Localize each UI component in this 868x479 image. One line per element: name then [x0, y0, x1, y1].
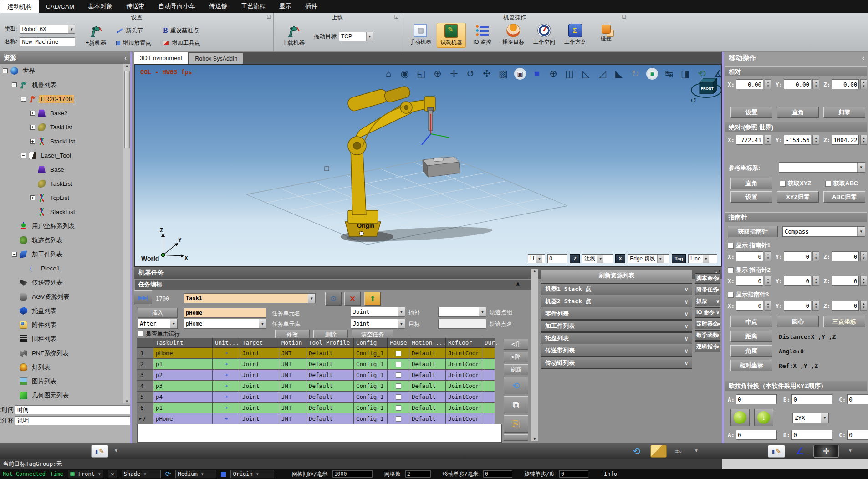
command-bar[interactable]: 抓放 [695, 296, 720, 306]
coordinate-input[interactable] [784, 276, 811, 286]
close-view-button[interactable]: ✕ [108, 470, 117, 478]
coordinate-input[interactable] [736, 251, 763, 261]
distance-button[interactable]: 距离 [730, 331, 772, 342]
spinner[interactable]: ▲▼ [765, 79, 771, 89]
rotate-view-icon[interactable]: ↺ [465, 67, 476, 80]
section-xy-icon[interactable]: ◺ [581, 67, 592, 80]
paint-brush-button[interactable] [650, 445, 667, 458]
collapse-up-icon[interactable]: ∧ [516, 280, 521, 287]
tree-item[interactable]: 轨迹点列表 [0, 233, 123, 247]
coordinate-input[interactable] [832, 135, 859, 145]
grid-count-input[interactable] [405, 470, 431, 478]
table-row[interactable]: 4 p3 ➜ Joint JNT Default Config_1 Defaul… [137, 381, 495, 392]
resource-list-bar[interactable]: 传动链列表∨ [541, 357, 692, 369]
section-yz-icon[interactable]: ◿ [597, 67, 608, 80]
euler-up-button[interactable]: ↑ [730, 409, 750, 426]
table-header-cell[interactable]: Tool_Profile [306, 338, 354, 348]
pause-checkbox[interactable] [396, 416, 401, 422]
spinner[interactable]: ▲▼ [765, 301, 771, 311]
hatch-shading-icon[interactable]: ▨ [498, 67, 509, 80]
coordinate-input[interactable] [736, 301, 763, 311]
move-tool-button[interactable]: ✛ [813, 445, 839, 458]
move-down-button[interactable]: >降 [504, 352, 528, 362]
ribbon-op-button[interactable]: 工作方盒 [561, 23, 590, 48]
tree-expander[interactable]: − [21, 97, 26, 102]
euler-input[interactable] [736, 430, 777, 440]
spinner[interactable]: ▲▼ [860, 276, 867, 286]
show-compass3-checkbox[interactable]: 显示指南针3 [728, 290, 769, 299]
table-row[interactable]: 2 p1 ➜ Joint JNT Default Config_1 Defaul… [137, 359, 495, 370]
reset-base-point-button[interactable]: B 重设基准点 [163, 26, 200, 35]
new-joint-button[interactable]: 新关节 [116, 26, 151, 35]
grid-spacing-input[interactable] [332, 470, 373, 478]
spinner[interactable]: ▲▼ [860, 301, 867, 311]
tree-expander[interactable]: + [30, 195, 35, 200]
tree-expander[interactable]: + [30, 111, 35, 116]
coordinate-input[interactable] [832, 276, 859, 286]
task-scrollbar[interactable]: ▲ ▼ [531, 269, 538, 442]
note-input[interactable] [15, 416, 130, 425]
command-bar[interactable]: 附带任务 [695, 285, 720, 295]
coordinate-input[interactable] [784, 251, 811, 261]
target-select[interactable]: Joint▼ [351, 319, 405, 329]
tree-item[interactable]: TaskList [0, 177, 123, 191]
tree-item[interactable]: PNF系统列表 [0, 346, 123, 360]
midpoint-button[interactable]: 中点 [730, 316, 772, 327]
pause-checkbox[interactable] [396, 383, 401, 389]
spinner[interactable]: ▲▼ [765, 276, 771, 286]
single-run-checkbox[interactable] [138, 331, 143, 336]
show-compass1-checkbox[interactable]: 显示 指南针1 [728, 241, 771, 250]
show-compass2-checkbox[interactable]: 显示 指南针2 [728, 266, 771, 274]
track-group-select[interactable]: ▼ [438, 307, 486, 317]
scroll-up-icon[interactable]: ▲ [533, 269, 536, 273]
spinner[interactable]: ▲▼ [812, 79, 819, 89]
table-row[interactable]: ▶7 pHome ➜ Joint JNT Default Config_1 De… [137, 413, 495, 424]
spinner[interactable]: ▲▼ [860, 251, 867, 261]
command-bar[interactable]: IO 命令 [695, 307, 720, 318]
uv-box-icon[interactable]: ◨ [680, 67, 691, 80]
coordinate-input[interactable] [832, 251, 859, 261]
normal-select[interactable]: 法线▼ [582, 254, 613, 263]
tree-item[interactable]: Base [0, 163, 123, 177]
origin-select[interactable]: Origin▼ [230, 470, 274, 478]
table-header-cell[interactable]: TaskUint [153, 338, 213, 348]
menu-item[interactable]: 传送带 [119, 0, 152, 13]
table-header-cell[interactable]: Unit... [213, 338, 240, 348]
zoom-window-icon[interactable]: ◱ [416, 67, 427, 80]
angle-button[interactable]: 角度 [730, 345, 772, 357]
coordinate-input[interactable] [784, 301, 811, 311]
spinner[interactable]: ▲▼ [812, 301, 819, 311]
tree-item[interactable]: 附件列表 [0, 318, 123, 332]
open-task-folder-button[interactable]: ⬆ [364, 292, 381, 306]
relative-coord-button[interactable]: 相对坐标 [730, 360, 772, 371]
resource-list-bar[interactable]: 机器2 Stack 点∨ [541, 296, 692, 307]
absolute-set-button[interactable]: 设置 [730, 191, 772, 203]
table-header-cell[interactable]: Dur. [482, 338, 495, 348]
resource-list-bar[interactable]: 传送带列表∨ [541, 345, 692, 357]
relative-right-angle-button[interactable]: 直角 [777, 107, 819, 118]
tree-expander[interactable]: + [30, 139, 35, 144]
euler-input[interactable] [791, 430, 832, 440]
edit-properties-button[interactable]: ✎ [768, 445, 785, 458]
tree-item[interactable]: 几何图元列表 [0, 388, 123, 403]
spinner[interactable]: ▲▼ [812, 251, 819, 261]
scroll-down-icon[interactable]: ▼ [125, 399, 129, 403]
unit-lib-select[interactable]: pHome▼ [184, 319, 266, 329]
tree-expander[interactable]: − [12, 252, 17, 257]
spinner[interactable]: ▲▼ [860, 135, 867, 145]
menu-item[interactable]: CAD/CAM [39, 0, 81, 13]
ref-frame-select[interactable]: ▼ [779, 162, 865, 173]
ribbon-op-button[interactable]: 工作空间 [530, 23, 559, 48]
tree-item[interactable]: + TcpList [0, 191, 123, 205]
track-point-input[interactable] [438, 319, 486, 329]
menu-item[interactable]: 显示 [272, 0, 298, 13]
command-bar[interactable]: 脚本命令 [695, 273, 720, 284]
task-select[interactable]: Task1▼ [184, 293, 316, 303]
add-tool-point-button[interactable]: 增加工具点 [163, 39, 200, 47]
resource-list-bar[interactable]: 零件列表∨ [541, 308, 692, 320]
table-row[interactable]: 1 pHome ➜ Joint JNT Default Config_1 Def… [137, 348, 495, 359]
zoom-icon[interactable]: ⊕ [432, 67, 443, 80]
menu-item[interactable]: 运动机构 [0, 0, 39, 13]
euler-order-select[interactable]: ZYX▼ [792, 413, 829, 423]
tree-item[interactable]: 传送带列表 [0, 275, 123, 290]
